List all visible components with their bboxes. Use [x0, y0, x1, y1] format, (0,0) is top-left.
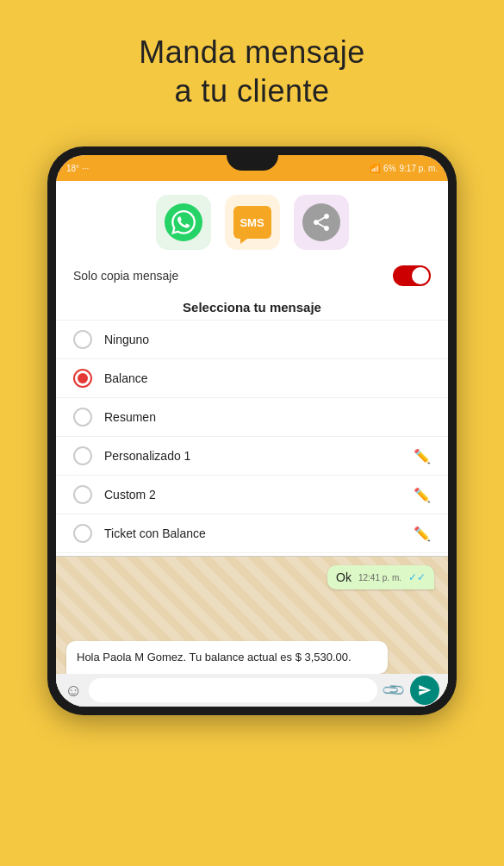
ok-time: 12:41 p. m.: [358, 573, 401, 583]
share-icon: [302, 203, 340, 241]
battery-level: 6%: [383, 164, 395, 173]
phone-notch: [227, 155, 278, 171]
share-button[interactable]: [294, 195, 349, 250]
radio-item-ticket-balance[interactable]: Ticket con Balance ✏️: [56, 514, 448, 552]
edit-icon-personalizado1[interactable]: ✏️: [414, 448, 431, 464]
radio-item-ninguno[interactable]: Ninguno: [56, 320, 448, 358]
status-right: 📶 6% 9:17 p. m.: [370, 164, 438, 173]
radio-options-list: Ninguno Balance Resumen Personalizado 1 …: [56, 320, 448, 591]
copy-message-label: Solo copia mensaje: [73, 269, 178, 283]
attachment-icon[interactable]: 📎: [380, 676, 407, 703]
send-button[interactable]: [410, 676, 439, 705]
edit-icon-custom2[interactable]: ✏️: [414, 487, 431, 503]
radio-circle-resumen: [73, 408, 92, 427]
status-icons: 18° ···: [66, 164, 89, 173]
radio-label-ticket-balance: Ticket con Balance: [104, 526, 414, 540]
chat-text-input[interactable]: [89, 678, 377, 702]
radio-label-balance: Balance: [104, 371, 431, 385]
radio-label-custom2: Custom 2: [104, 488, 414, 502]
radio-circle-balance: [73, 369, 92, 388]
sms-icon: SMS: [233, 206, 271, 239]
radio-circle-ninguno: [73, 330, 92, 349]
ok-text: Ok: [336, 570, 352, 584]
radio-item-resumen[interactable]: Resumen: [56, 397, 448, 436]
radio-circle-custom2: [73, 485, 92, 504]
status-left: 18° ···: [66, 164, 89, 173]
phone-frame: 18° ··· 📶 6% 9:17 p. m.: [47, 146, 457, 715]
radio-circle-ticket-balance: [73, 524, 92, 543]
sms-button[interactable]: SMS: [225, 195, 280, 250]
radio-label-resumen: Resumen: [104, 410, 431, 424]
copy-message-toggle[interactable]: [393, 265, 431, 286]
ok-bubble: Ok 12:41 p. m. ✓✓: [327, 565, 434, 589]
whatsapp-icon: [165, 203, 202, 241]
app-content-area: SMS Solo copia mensaje Selecciona tu me: [56, 181, 448, 707]
page-title: Manda mensaje a tu cliente: [0, 0, 504, 110]
radio-item-balance[interactable]: Balance: [56, 358, 448, 397]
double-check-icon: ✓✓: [408, 571, 426, 583]
chat-preview-area: Ok 12:41 p. m. ✓✓ Hola Paola M Gomez. Tu…: [56, 556, 448, 707]
message-bubble: Hola Paola M Gomez. Tu balance actual es…: [66, 641, 388, 674]
chat-input-bar: ☺ 📎: [56, 674, 448, 707]
emoji-icon[interactable]: ☺: [65, 681, 82, 701]
radio-circle-personalizado1: [73, 446, 92, 465]
radio-item-custom2[interactable]: Custom 2 ✏️: [56, 475, 448, 514]
message-text: Hola Paola M Gomez. Tu balance actual es…: [77, 651, 352, 664]
message-type-buttons: SMS: [56, 181, 448, 259]
wifi-icon: 📶: [370, 164, 380, 173]
radio-label-personalizado1: Personalizado 1: [104, 449, 414, 463]
copy-message-toggle-row: Solo copia mensaje: [56, 259, 448, 293]
sms-label: SMS: [240, 216, 264, 229]
radio-label-ninguno: Ninguno: [104, 333, 431, 346]
radio-item-personalizado1[interactable]: Personalizado 1 ✏️: [56, 436, 448, 475]
status-time: 9:17 p. m.: [400, 164, 438, 173]
whatsapp-button[interactable]: [156, 195, 211, 250]
edit-icon-ticket-balance[interactable]: ✏️: [414, 526, 431, 542]
section-title: Selecciona tu mensaje: [56, 293, 448, 320]
phone-inner: 18° ··· 📶 6% 9:17 p. m.: [56, 155, 448, 707]
